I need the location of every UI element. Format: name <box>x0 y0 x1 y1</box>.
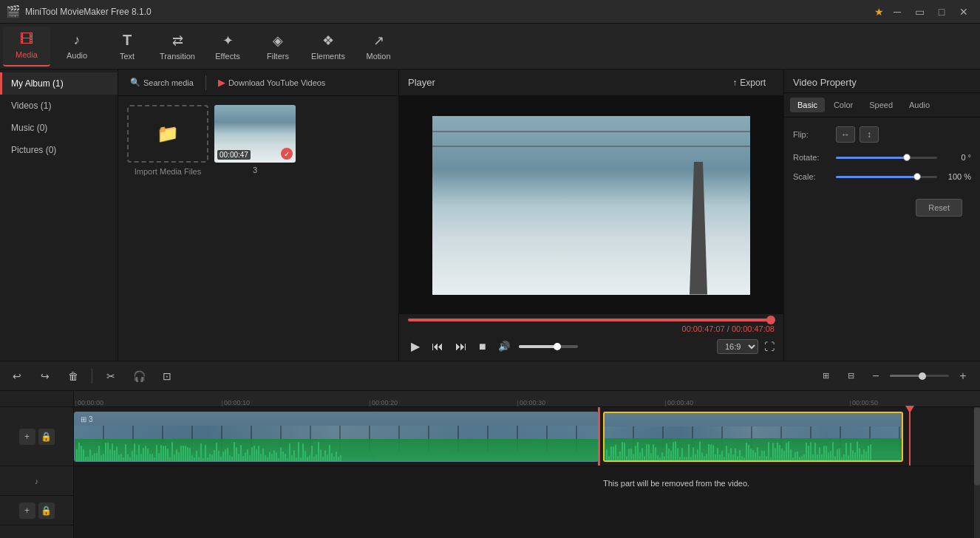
sidebar-item-pictures[interactable]: Pictures (0) <box>0 139 118 161</box>
rotate-slider[interactable] <box>836 157 937 159</box>
right-panel: Video Property Basic Color Speed Audio F… <box>784 69 980 361</box>
restore-button[interactable]: ▭ <box>909 3 930 21</box>
crop-button[interactable]: ⊡ <box>156 366 178 387</box>
waveform-bar <box>134 443 135 461</box>
import-media-button[interactable]: 📁 <box>127 105 208 163</box>
play-button[interactable]: ▶ <box>408 338 423 355</box>
media-panel: 🔍 Search media ▶ Download YouTube Videos… <box>118 69 399 361</box>
maximize-button[interactable]: □ <box>931 3 952 21</box>
lock-track-button[interactable]: 🔒 <box>38 429 55 445</box>
flip-vertical-button[interactable]: ↕ <box>860 126 879 143</box>
close-button[interactable]: ✕ <box>953 3 974 21</box>
toolbar-media[interactable]: 🎞 Media <box>3 27 50 67</box>
waveform-bar <box>285 454 286 461</box>
waveform-bar <box>710 444 712 460</box>
flip-label: Flip: <box>793 130 830 139</box>
zoom-fit-button[interactable]: ⊞ <box>814 366 837 387</box>
ruler-mark-5: 00:00:50 <box>850 399 878 406</box>
volume-slider[interactable] <box>519 345 578 348</box>
zoom-out-button[interactable]: − <box>865 366 887 387</box>
waveform-bars <box>75 440 598 461</box>
sidebar-item-music[interactable]: Music (0) <box>0 117 118 139</box>
download-youtube-button[interactable]: ▶ Download YouTube Videos <box>212 74 332 91</box>
zoom-slider[interactable] <box>890 375 949 377</box>
waveform-bar <box>808 446 809 460</box>
progress-bar[interactable] <box>408 319 775 321</box>
waveform-bar <box>608 456 610 460</box>
undo-button[interactable]: ↩ <box>6 366 28 387</box>
prev-button[interactable]: ⏮ <box>429 338 446 355</box>
playhead[interactable] <box>909 407 911 466</box>
waveform-bar <box>107 443 109 461</box>
video-track-controls <box>0 391 73 407</box>
sidebar-item-my-album[interactable]: My Album (1) <box>0 72 118 95</box>
waveform-bar <box>668 449 670 460</box>
toolbar-filters[interactable]: ◈ Filters <box>254 27 302 67</box>
next-button[interactable]: ⏭ <box>452 338 470 355</box>
filters-icon: ◈ <box>273 33 283 49</box>
app-title: MiniTool MovieMaker Free 8.1.0 <box>25 7 874 17</box>
zoom-stacked-button[interactable]: ⊟ <box>840 366 862 387</box>
toolbar-elements[interactable]: ❖ Elements <box>304 27 352 67</box>
waveform-bar <box>828 452 829 460</box>
waveform-bar <box>792 457 794 460</box>
timeline-scrollbar[interactable] <box>974 407 980 538</box>
export-button[interactable]: ↑ Export <box>724 75 775 91</box>
tab-audio[interactable]: Audio <box>902 98 937 112</box>
video-clip-selected[interactable] <box>603 412 903 462</box>
waveform-bar <box>92 455 93 461</box>
waveform-bar <box>772 443 774 460</box>
headphone-button[interactable]: 🎧 <box>128 366 150 387</box>
reset-button[interactable]: Reset <box>916 199 962 217</box>
stop-button[interactable]: ■ <box>476 338 489 355</box>
toolbar-text[interactable]: T Text <box>103 27 151 67</box>
flip-horizontal-button[interactable]: ↔ <box>836 126 855 143</box>
aspect-select[interactable]: 16:9 <box>717 339 758 354</box>
waveform-bar <box>697 449 698 460</box>
waveform-bar <box>336 452 337 461</box>
cut-button[interactable]: ✂ <box>100 366 122 387</box>
redo-button[interactable]: ↪ <box>34 366 56 387</box>
search-media-button[interactable]: 🔍 Search media <box>124 75 200 90</box>
fullscreen-button[interactable]: ⛶ <box>764 341 775 353</box>
thumbnail-box[interactable]: 00:00:47 ✓ <box>214 105 296 163</box>
toolbar-audio[interactable]: ♪ Audio <box>53 27 101 67</box>
sidebar-item-videos[interactable]: Videos (1) <box>0 95 118 117</box>
video-clip-main[interactable]: ⊞ 3 <box>74 412 599 462</box>
waveform-bar <box>256 449 257 461</box>
waveform-bar <box>211 454 213 461</box>
waveform-bar <box>670 451 672 460</box>
toolbar-transition[interactable]: ⇄ Transition <box>154 27 201 67</box>
waveform-bar <box>236 447 237 461</box>
minimize-button[interactable]: ─ <box>887 3 908 21</box>
waveform-bar <box>803 454 805 461</box>
waveform-bar <box>775 448 776 460</box>
waveform-bar <box>779 445 780 460</box>
add-music-button[interactable]: + <box>19 503 35 519</box>
toolbar-effects[interactable]: ✦ Effects <box>204 27 251 67</box>
waveform-bar <box>630 449 632 460</box>
lock-music-button[interactable]: 🔒 <box>38 503 55 519</box>
waveform-bar <box>843 454 845 460</box>
waveform-bar <box>863 449 865 460</box>
tab-speed[interactable]: Speed <box>862 98 900 112</box>
waveform-bar <box>777 443 778 460</box>
waveform-bar <box>203 458 204 461</box>
toolbar-motion[interactable]: ↗ Motion <box>355 27 402 67</box>
clip-waveform <box>75 439 598 461</box>
waveform-bar <box>870 444 871 460</box>
zoom-in-button[interactable]: + <box>952 366 974 387</box>
remove-tooltip: This part will be removed from the video… <box>603 479 749 488</box>
waveform-bar <box>112 443 113 461</box>
add-track-button[interactable]: + <box>19 429 35 445</box>
main-area: My Album (1) Videos (1) Music (0) Pictur… <box>0 69 980 361</box>
tab-color[interactable]: Color <box>826 98 860 112</box>
video-track-row: ⊞ 3 <box>74 407 980 466</box>
tab-basic[interactable]: Basic <box>790 98 825 112</box>
delete-button[interactable]: 🗑 <box>62 366 84 387</box>
volume-button[interactable]: 🔊 <box>495 339 513 353</box>
waveform-bar <box>708 444 710 460</box>
progress-handle[interactable] <box>766 316 775 324</box>
scale-slider[interactable] <box>836 176 937 178</box>
waveform-bar <box>626 456 627 460</box>
